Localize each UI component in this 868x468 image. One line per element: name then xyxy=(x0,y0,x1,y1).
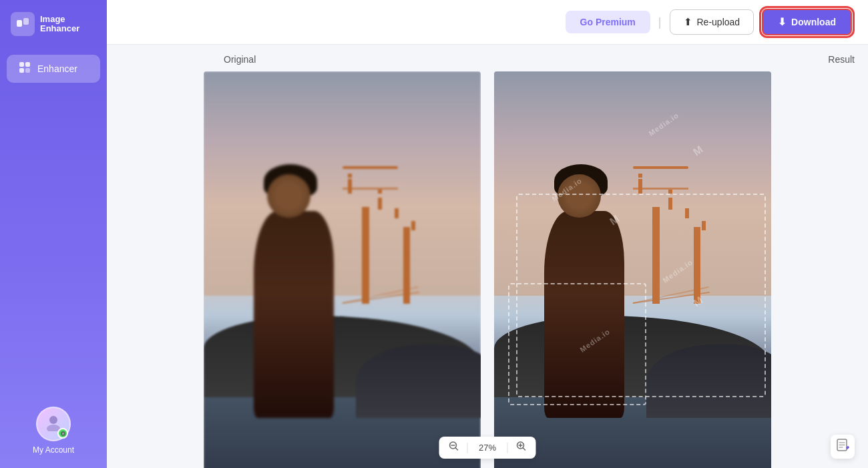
zoom-separator-2 xyxy=(507,443,508,453)
account-label: My Account xyxy=(33,445,74,455)
zoom-controls: 27% xyxy=(439,437,536,459)
image-area: Original Result xyxy=(107,45,868,468)
zoom-separator xyxy=(467,443,468,453)
download-label: Download xyxy=(791,17,836,27)
zoom-in-icon xyxy=(516,441,527,455)
result-image-panel: Media.io Media.io Media.io Media.io M M … xyxy=(494,71,771,468)
svg-rect-4 xyxy=(19,68,24,73)
avatar-settings-badge xyxy=(57,428,68,439)
panels-container: Media.io Media.io Media.io Media.io M M … xyxy=(107,45,868,468)
download-button[interactable]: ⬇ Download xyxy=(762,9,852,35)
account-area[interactable]: My Account xyxy=(33,407,74,455)
svg-rect-3 xyxy=(25,62,30,67)
original-image-panel xyxy=(204,71,481,468)
svg-rect-0 xyxy=(17,20,22,27)
enhancer-nav-icon xyxy=(19,61,31,76)
sidebar-item-enhancer-label: Enhancer xyxy=(37,63,77,74)
upload-icon: ⬆ xyxy=(684,16,692,28)
notes-button[interactable] xyxy=(831,435,855,459)
zoom-out-button[interactable] xyxy=(449,441,459,455)
svg-line-14 xyxy=(523,448,525,451)
original-scene-bg xyxy=(204,71,481,468)
zoom-out-icon xyxy=(449,441,459,455)
svg-rect-2 xyxy=(19,62,24,67)
zoom-in-button[interactable] xyxy=(516,441,527,455)
sidebar-item-enhancer[interactable]: Enhancer xyxy=(7,55,100,83)
sidebar: Image Enhancer Enhancer xyxy=(0,0,107,468)
main-content: Go Premium | ⬆ Re-upload ⬇ Download Orig… xyxy=(107,0,868,468)
header: Go Premium | ⬆ Re-upload ⬇ Download xyxy=(107,0,868,45)
reupload-label: Re-upload xyxy=(697,17,740,27)
result-scene-bg: Media.io Media.io Media.io Media.io M M … xyxy=(494,71,771,468)
result-label: Result xyxy=(828,54,855,65)
logo-text: Image Enhancer xyxy=(40,15,79,34)
svg-line-11 xyxy=(455,448,458,451)
download-icon: ⬇ xyxy=(778,16,787,28)
go-premium-button[interactable]: Go Premium xyxy=(566,11,650,33)
svg-point-9 xyxy=(62,433,64,435)
svg-rect-5 xyxy=(25,68,30,73)
logo-icon xyxy=(11,12,35,36)
avatar[interactable] xyxy=(36,407,71,441)
zoom-level: 27% xyxy=(476,443,499,453)
notes-icon xyxy=(835,438,850,456)
original-label: Original xyxy=(224,54,256,65)
svg-rect-1 xyxy=(23,18,29,25)
logo-area: Image Enhancer xyxy=(0,0,107,48)
reupload-button[interactable]: ⬆ Re-upload xyxy=(670,9,754,35)
svg-point-6 xyxy=(49,416,57,424)
header-divider: | xyxy=(658,15,662,29)
nav-items: Enhancer xyxy=(0,48,107,89)
